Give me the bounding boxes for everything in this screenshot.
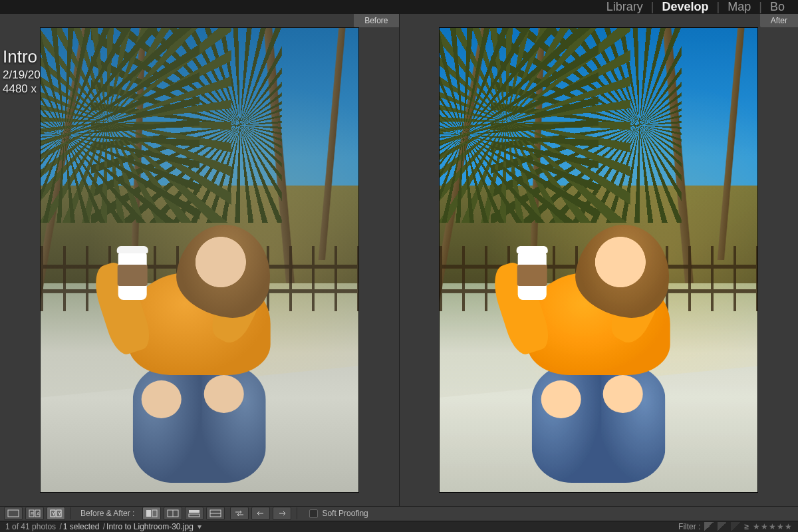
svg-rect-9 (146, 510, 151, 517)
chevron-down-icon[interactable]: ▾ (198, 522, 201, 531)
reference-view-button[interactable]: RA (25, 507, 44, 520)
module-library[interactable]: Library (598, 0, 651, 14)
swap-before-after-button[interactable] (230, 507, 249, 520)
toolbar-divider (297, 507, 297, 519)
copy-before-to-after-button[interactable] (273, 507, 291, 520)
toolbar-divider (70, 507, 71, 519)
ba-top-bottom-button[interactable] (185, 507, 203, 520)
view-mode-buttons: RA YY (4, 507, 65, 520)
selected-count: 1 selected (63, 522, 100, 531)
svg-text:Y: Y (58, 511, 61, 516)
after-label: After (760, 14, 798, 27)
ba-top-bottom-split-button[interactable] (206, 507, 225, 520)
module-picker: Library | Develop | Map | Bo (0, 0, 798, 14)
svg-rect-14 (189, 514, 200, 517)
ba-left-right-split-button[interactable] (164, 507, 182, 520)
before-label: Before (354, 14, 398, 27)
photo-count: 1 of 41 photos (5, 522, 56, 531)
soft-proofing-checkbox[interactable] (309, 509, 318, 518)
module-develop[interactable]: Develop (654, 0, 717, 14)
before-after-transfer-buttons (230, 507, 291, 520)
coffee-cup-icon (115, 246, 151, 300)
rating-filter-stars[interactable]: ★★★★★ (753, 522, 793, 531)
svg-text:A: A (37, 511, 40, 516)
flag-unflagged-filter[interactable] (718, 522, 727, 531)
svg-text:R: R (31, 511, 34, 516)
after-photo (439, 27, 758, 493)
filmstrip-filter: Filter : ≥ ★★★★★ (678, 522, 793, 531)
filmstrip-breadcrumb[interactable]: 1 of 41 photos / 1 selected / Intro to L… (5, 522, 201, 531)
before-photo (40, 27, 359, 493)
svg-text:Y: Y (52, 511, 55, 516)
before-after-label: Before & After : (80, 509, 134, 518)
coffee-cup-icon (514, 246, 550, 300)
flag-rejected-filter[interactable] (731, 522, 740, 531)
module-map[interactable]: Map (720, 0, 759, 14)
soft-proofing-toggle[interactable]: Soft Proofing (309, 509, 368, 518)
svg-rect-10 (152, 510, 157, 517)
breadcrumb-filename: Intro to Lightroom-30.jpg (106, 522, 194, 531)
before-after-view-button[interactable]: YY (47, 507, 65, 520)
soft-proofing-label: Soft Proofing (322, 509, 368, 518)
compare-view: Intro to Lightroom-30.jpg 2/19/20 12:15:… (0, 14, 798, 506)
filter-label: Filter : (678, 522, 700, 531)
ba-left-right-button[interactable] (142, 507, 161, 520)
breadcrumb-separator: / (57, 522, 62, 531)
loupe-view-button[interactable] (4, 507, 23, 520)
copy-after-to-before-button[interactable] (251, 507, 270, 520)
before-after-layout-buttons (142, 507, 225, 520)
rating-comparator[interactable]: ≥ (744, 522, 749, 531)
before-pane[interactable]: Before (0, 14, 399, 506)
svg-rect-13 (189, 510, 200, 513)
after-pane[interactable]: After (399, 14, 799, 506)
svg-rect-0 (8, 510, 19, 517)
status-bar: 1 of 41 photos / 1 selected / Intro to L… (0, 521, 798, 532)
develop-toolbar: RA YY Before & After : (0, 506, 798, 521)
flag-picked-filter[interactable] (704, 522, 714, 531)
module-book[interactable]: Bo (762, 0, 793, 14)
breadcrumb-separator: / (100, 522, 105, 531)
